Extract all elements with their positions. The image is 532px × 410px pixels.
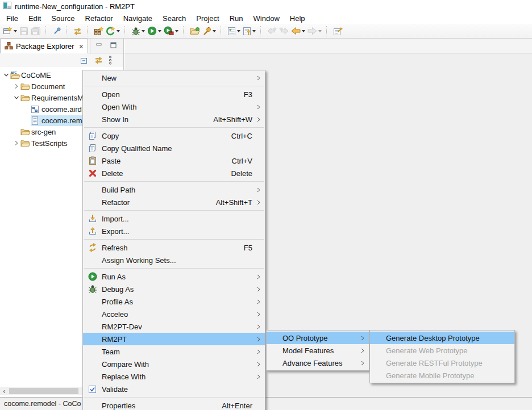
menu-item-delete[interactable]: DeleteDelete bbox=[83, 167, 265, 179]
next-annotation-button[interactable] bbox=[242, 25, 257, 37]
open-folder-button[interactable] bbox=[189, 25, 201, 37]
menu-item-model-features[interactable]: Model Features bbox=[267, 344, 369, 357]
mark-occurrences-icon bbox=[52, 27, 61, 36]
link-with-editor-button[interactable] bbox=[94, 56, 103, 65]
debug-button[interactable] bbox=[130, 25, 146, 37]
menu-item-refresh[interactable]: RefreshF5 bbox=[83, 241, 265, 254]
submenu-arrow-icon bbox=[255, 274, 265, 279]
menu-item-team[interactable]: Team bbox=[83, 345, 265, 358]
collapsed-chevron-icon[interactable] bbox=[13, 140, 20, 146]
menu-search[interactable]: Search bbox=[157, 14, 191, 23]
menu-project[interactable]: Project bbox=[191, 14, 224, 23]
view-stack-buttons bbox=[90, 39, 123, 53]
tab-package-explorer[interactable]: Package Explorer × bbox=[0, 39, 88, 53]
dropdown-caret bbox=[213, 30, 216, 32]
view-tabstrip: Package Explorer × bbox=[0, 39, 123, 53]
forward-button[interactable] bbox=[306, 25, 323, 37]
dropdown-caret bbox=[252, 30, 256, 32]
new-wizard-icon bbox=[3, 26, 13, 36]
swap-arrows-button[interactable] bbox=[72, 25, 84, 37]
menu-separator bbox=[83, 179, 265, 183]
new-wizard-button[interactable] bbox=[2, 25, 18, 37]
toolbar-separator bbox=[183, 26, 186, 36]
search-torch-icon bbox=[202, 27, 211, 36]
menu-item-generate-desktop-prototype[interactable]: Generate Desktop Prototype bbox=[370, 332, 514, 344]
menu-item-export[interactable]: Export... bbox=[83, 225, 265, 237]
menu-item-debug-as[interactable]: Debug As bbox=[83, 283, 265, 295]
app-icon bbox=[3, 2, 11, 11]
menu-item-assign-working-sets[interactable]: Assign Working Sets... bbox=[83, 254, 265, 266]
menu-item-refactor[interactable]: RefactorAlt+Shift+T bbox=[83, 196, 265, 208]
rm2pt-submenu: OO Prototype Model Features Advance Feat… bbox=[266, 330, 369, 371]
menu-item-validate[interactable]: Validate bbox=[83, 383, 265, 395]
menu-item-generate-web-prototype[interactable]: Generate Web Prototype bbox=[370, 344, 514, 357]
dropdown-caret bbox=[302, 30, 305, 32]
run-button[interactable] bbox=[146, 25, 163, 37]
submenu-arrow-icon bbox=[359, 336, 369, 341]
menu-item-rm2pt-dev[interactable]: RM2PT-Dev bbox=[83, 320, 265, 333]
menu-item-advance-features[interactable]: Advance Features bbox=[267, 357, 369, 369]
menu-item-replace-with[interactable]: Replace With bbox=[83, 370, 265, 383]
menu-item-generate-mobile-prototype[interactable]: Generate Mobile Prototype bbox=[370, 369, 514, 382]
save-button[interactable] bbox=[18, 25, 30, 37]
dropdown-caret bbox=[142, 30, 145, 32]
view-menu-icon bbox=[109, 56, 112, 65]
menu-item-show-in[interactable]: Show InAlt+Shift+W bbox=[83, 113, 265, 125]
collapsed-chevron-icon[interactable] bbox=[13, 83, 20, 89]
menu-item-properties[interactable]: PropertiesAlt+Enter bbox=[83, 399, 265, 410]
oo-prototype-submenu: Generate Desktop Prototype Generate Web … bbox=[369, 330, 515, 383]
dropdown-caret bbox=[117, 30, 120, 32]
maximize-button[interactable] bbox=[110, 41, 117, 50]
menu-item-copy[interactable]: CopyCtrl+C bbox=[83, 129, 265, 142]
task-list-button[interactable] bbox=[226, 25, 242, 37]
menu-item-profile-as[interactable]: Profile As bbox=[83, 295, 265, 308]
folder-icon bbox=[20, 94, 31, 102]
back-button[interactable] bbox=[290, 25, 306, 37]
menu-item-compare-with[interactable]: Compare With bbox=[83, 358, 265, 370]
new-c-wizard-button[interactable] bbox=[105, 25, 121, 37]
menu-item-rm2pt[interactable]: RM2PT bbox=[83, 333, 265, 345]
save-all-button[interactable] bbox=[30, 25, 42, 37]
run-external-tools-button[interactable] bbox=[163, 25, 180, 37]
menu-item-acceleo[interactable]: Acceleo bbox=[83, 308, 265, 320]
forward-arrow-icon bbox=[307, 27, 317, 35]
menu-separator bbox=[83, 125, 265, 129]
view-menu-button[interactable] bbox=[109, 56, 112, 65]
forward-small-button[interactable] bbox=[278, 25, 290, 37]
expanded-chevron-icon[interactable] bbox=[13, 95, 20, 101]
new-project-button[interactable] bbox=[93, 25, 105, 37]
minimize-button[interactable] bbox=[96, 41, 102, 50]
export-icon bbox=[83, 227, 102, 236]
menu-item-open-with[interactable]: Open With bbox=[83, 101, 265, 113]
new-editor-button[interactable] bbox=[332, 25, 344, 37]
menu-window[interactable]: Window bbox=[248, 14, 285, 23]
menu-run[interactable]: Run bbox=[225, 14, 248, 23]
menu-item-build-path[interactable]: Build Path bbox=[83, 183, 265, 196]
menu-item-generate-restful-prototype[interactable]: Generate RESTFul Prototype bbox=[370, 357, 514, 369]
menu-navigate[interactable]: Navigate bbox=[118, 14, 157, 23]
search-torch-button[interactable] bbox=[201, 25, 217, 37]
scrollbar-thumb[interactable] bbox=[9, 388, 78, 394]
delete-icon bbox=[83, 169, 102, 177]
close-icon[interactable]: × bbox=[79, 43, 84, 51]
menu-item-run-as[interactable]: Run As bbox=[83, 270, 265, 283]
menu-refactor[interactable]: Refactor bbox=[80, 14, 118, 23]
menu-help[interactable]: Help bbox=[285, 14, 310, 23]
last-edit-location-button[interactable] bbox=[266, 25, 278, 37]
menu-source[interactable]: Source bbox=[46, 14, 80, 23]
collapse-all-button[interactable] bbox=[80, 56, 89, 65]
dropdown-caret bbox=[158, 30, 161, 32]
menu-file[interactable]: File bbox=[1, 14, 23, 23]
menu-item-paste[interactable]: PasteCtrl+V bbox=[83, 154, 265, 167]
mark-occurrences-button[interactable] bbox=[51, 25, 63, 37]
menu-item-oo-prototype[interactable]: OO Prototype bbox=[267, 332, 369, 344]
expanded-chevron-icon[interactable] bbox=[2, 72, 10, 78]
toolbar-separator bbox=[326, 26, 330, 36]
menu-item-new[interactable]: New bbox=[83, 72, 265, 84]
tree-item-label: TestScripts bbox=[31, 138, 70, 149]
menu-item-open[interactable]: OpenF3 bbox=[83, 88, 265, 101]
menu-item-import[interactable]: Import... bbox=[83, 212, 265, 225]
menu-edit[interactable]: Edit bbox=[23, 14, 46, 23]
menu-item-copy-qualified-name[interactable]: Copy Qualified Name bbox=[83, 142, 265, 154]
scroll-left-arrow[interactable]: ‹ bbox=[0, 387, 9, 395]
